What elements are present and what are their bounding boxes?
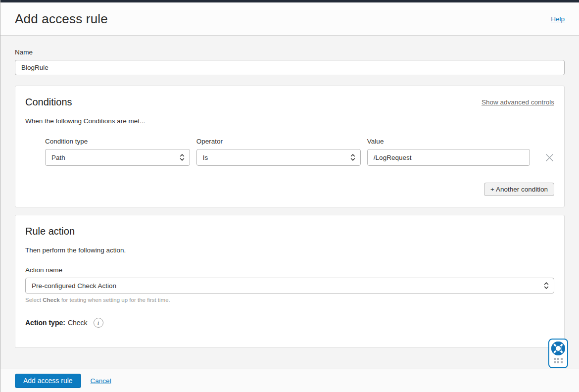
rule-action-intro: Then perform the following action.: [25, 246, 554, 254]
page-title: Add access rule: [15, 11, 108, 27]
condition-type-label: Condition type: [45, 138, 190, 145]
name-label: Name: [15, 49, 565, 56]
operator-select[interactable]: Is: [196, 149, 361, 166]
action-name-label: Action name: [25, 266, 554, 274]
chevron-updown-icon: [350, 153, 355, 161]
conditions-intro: When the following Conditions are met...: [25, 117, 554, 125]
operator-label: Operator: [196, 138, 361, 145]
help-widget-button[interactable]: [548, 339, 568, 368]
rule-action-card: Rule action Then perform the following a…: [15, 215, 565, 348]
condition-type-select[interactable]: Path: [45, 149, 190, 166]
operator-value: Is: [203, 154, 208, 161]
footer-bar: Add access rule Cancel: [0, 369, 579, 392]
action-type-label: Action type:: [25, 319, 65, 327]
rule-action-heading: Rule action: [25, 226, 554, 237]
action-helper-text: Select Check for testing when setting up…: [25, 297, 554, 303]
info-icon[interactable]: i: [94, 318, 103, 328]
condition-row: Condition type Path Operator Is: [25, 138, 554, 166]
name-input[interactable]: [15, 60, 565, 75]
condition-type-value: Path: [51, 154, 65, 161]
action-name-value: Pre-configured Check Action: [32, 282, 116, 290]
chevron-updown-icon: [180, 153, 185, 161]
help-link[interactable]: Help: [551, 15, 565, 23]
x-icon: [545, 156, 554, 164]
main-content: Name Conditions Show advanced controls W…: [0, 36, 579, 369]
add-access-rule-page: Add access rule Help Name Conditions Sho…: [0, 0, 579, 392]
action-name-select[interactable]: Pre-configured Check Action: [25, 278, 554, 294]
page-header: Add access rule Help: [0, 2, 579, 36]
action-type-row: Action type: Check i: [25, 318, 554, 328]
add-access-rule-button[interactable]: Add access rule: [15, 374, 81, 388]
chevron-updown-icon: [544, 282, 549, 290]
cancel-link[interactable]: Cancel: [91, 377, 111, 385]
condition-value-input[interactable]: [367, 149, 530, 166]
remove-condition-button[interactable]: [545, 153, 554, 162]
lifebuoy-icon: [551, 342, 565, 355]
show-advanced-controls-link[interactable]: Show advanced controls: [482, 98, 554, 106]
conditions-card: Conditions Show advanced controls When t…: [15, 86, 565, 207]
value-label: Value: [367, 138, 530, 145]
conditions-heading: Conditions: [25, 97, 72, 108]
action-type-value: Check: [68, 319, 88, 327]
drag-dots-icon: [554, 358, 563, 363]
another-condition-button[interactable]: + Another condition: [484, 183, 554, 196]
